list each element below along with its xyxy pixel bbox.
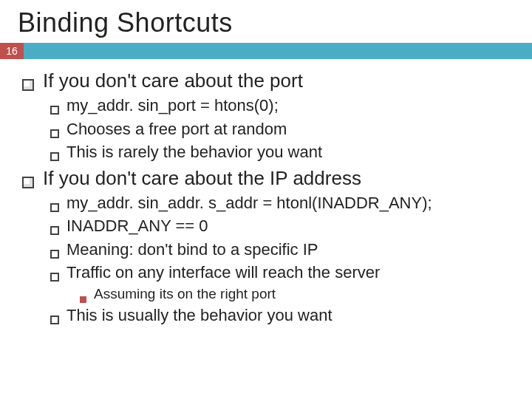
hollow-square-icon <box>50 273 59 282</box>
hollow-square-icon <box>50 226 59 235</box>
bullet-level2: This is rarely the behavior you want <box>50 142 514 163</box>
bullet-text: Chooses a free port at random <box>66 119 514 140</box>
slide: Binding Shortcuts 16 If you don't care a… <box>0 0 532 399</box>
accent-bar: 16 <box>0 43 532 59</box>
bullet-level1: If you don't care about the IP address <box>22 167 514 190</box>
bullet-level2: my_addr. sin_addr. s_addr = htonl(INADDR… <box>50 193 514 214</box>
bullet-text: my_addr. sin_addr. s_addr = htonl(INADDR… <box>66 193 514 214</box>
bullet-level2: This is usually the behavior you want <box>50 305 514 326</box>
bullet-level2: Meaning: don't bind to a specific IP <box>50 239 514 260</box>
filled-square-icon <box>80 296 86 303</box>
bullet-text: This is usually the behavior you want <box>66 305 514 326</box>
hollow-square-icon <box>50 129 59 138</box>
bullet-level2: my_addr. sin_port = htons(0); <box>50 95 514 116</box>
bullet-level2: Chooses a free port at random <box>50 119 514 140</box>
hollow-square-icon <box>50 106 59 115</box>
bullet-level2: INADDR_ANY == 0 <box>50 216 514 236</box>
bullet-text: This is rarely the behavior you want <box>66 142 514 163</box>
bullet-text: Traffic on any interface will reach the … <box>66 262 514 283</box>
bullet-text: If you don't care about the IP address <box>43 167 514 190</box>
bullet-text: If you don't care about the port <box>43 69 514 92</box>
bullet-text: INADDR_ANY == 0 <box>66 216 514 236</box>
accent-bar-fill <box>24 43 532 59</box>
hollow-square-icon <box>50 203 59 212</box>
bullet-text: Meaning: don't bind to a specific IP <box>66 239 514 260</box>
square-bullet-icon <box>22 79 34 91</box>
bullet-level1: If you don't care about the port <box>22 69 514 92</box>
slide-number: 16 <box>0 43 24 59</box>
bullet-text: my_addr. sin_port = htons(0); <box>66 95 514 116</box>
hollow-square-icon <box>50 316 59 324</box>
bullet-level2: Traffic on any interface will reach the … <box>50 262 514 283</box>
bullet-level3: Assuming its on the right port <box>80 286 514 302</box>
hollow-square-icon <box>50 250 59 259</box>
square-bullet-icon <box>22 177 34 188</box>
hollow-square-icon <box>50 152 59 161</box>
bullet-text: Assuming its on the right port <box>94 286 514 302</box>
slide-title: Binding Shortcuts <box>0 0 532 43</box>
slide-body: If you don't care about the port my_addr… <box>0 59 532 325</box>
